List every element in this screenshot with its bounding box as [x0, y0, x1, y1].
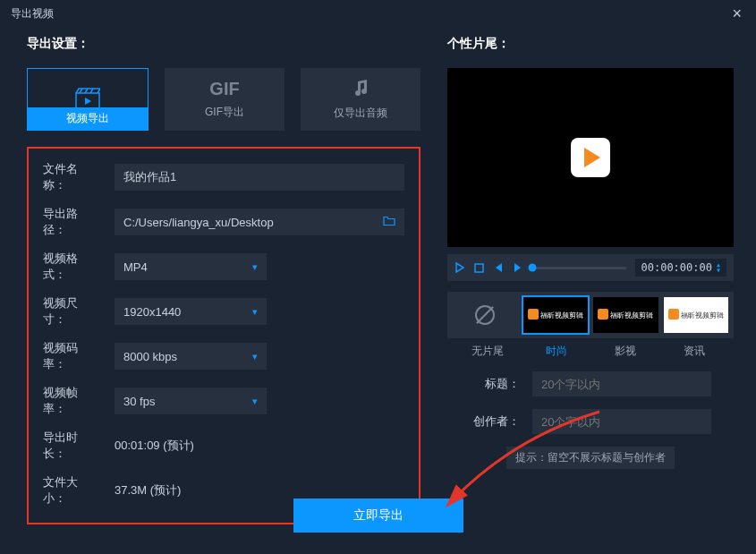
player-bar: 00:00:00:00 ▴ ▾ [447, 254, 734, 281]
preview-canvas [447, 68, 734, 247]
label-format: 视频格式： [43, 251, 100, 283]
tab-video-export[interactable]: 视频导出 [27, 68, 149, 131]
hint-text: 提示：留空不展示标题与创作者 [506, 447, 675, 469]
label-path: 导出路径： [43, 206, 100, 238]
next-icon[interactable] [513, 262, 523, 273]
ending-label-none: 无片尾 [453, 344, 522, 359]
tab-audio-export[interactable]: 仅导出音频 [301, 68, 420, 131]
label-creator: 创作者： [470, 413, 520, 430]
ending-none[interactable] [453, 297, 518, 333]
svg-rect-1 [475, 264, 483, 272]
chevron-down-icon: ▾ [252, 261, 258, 273]
folder-open-icon[interactable] [383, 216, 395, 229]
label-fps: 视频帧率： [43, 385, 100, 417]
chevron-down-icon: ▾ [252, 396, 258, 407]
tab-gif-export[interactable]: GIF GIF导出 [165, 68, 285, 131]
stop-icon[interactable] [474, 263, 484, 273]
creator-input[interactable] [532, 409, 711, 434]
label-filesize: 文件大小： [43, 474, 100, 507]
bitrate-value: 8000 kbps [123, 350, 177, 363]
chevron-down-icon: ▾ [252, 351, 258, 362]
prev-icon[interactable] [493, 262, 504, 273]
title-input[interactable] [532, 371, 711, 396]
size-select[interactable]: 1920x1440 ▾ [115, 298, 267, 325]
tab-video-label: 视频导出 [28, 107, 148, 130]
play-icon[interactable] [454, 262, 465, 273]
form-highlight-box: 文件名称： 导出路径： C:/Users/liangya_xu/Desktop … [27, 147, 420, 524]
window-title: 导出视频 [11, 6, 54, 21]
format-select[interactable]: MP4 ▾ [115, 253, 267, 280]
progress-bar[interactable] [532, 267, 626, 269]
tab-gif-label: GIF导出 [205, 105, 244, 120]
ending-news[interactable]: 福昕视频剪辑 [664, 297, 729, 333]
duration-value: 00:01:09 (预计) [115, 438, 194, 454]
filesize-value: 37.3M (预计) [115, 482, 181, 499]
ending-label-movie: 影视 [590, 344, 659, 359]
ending-label-news: 资讯 [659, 344, 728, 359]
format-value: MP4 [123, 260, 148, 274]
gif-text-icon: GIF [209, 79, 239, 99]
ending-section-title: 个性片尾： [447, 36, 734, 52]
bitrate-select[interactable]: 8000 kbps ▾ [115, 343, 267, 370]
fps-value: 30 fps [123, 395, 155, 408]
path-value: C:/Users/liangya_xu/Desktop [123, 216, 274, 229]
chevron-down-icon: ▾ [252, 306, 258, 318]
music-note-icon [351, 78, 370, 100]
fps-select[interactable]: 30 fps ▾ [115, 388, 267, 414]
time-display[interactable]: 00:00:00:00 ▴ ▾ [635, 259, 726, 277]
tab-audio-label: 仅导出音频 [334, 106, 387, 121]
ending-movie[interactable]: 福昕视频剪辑 [593, 297, 658, 333]
label-filename: 文件名称： [43, 161, 100, 193]
label-title: 标题： [470, 376, 520, 392]
export-settings-title: 导出设置： [27, 36, 420, 52]
ending-label-fashion: 时尚 [522, 344, 590, 359]
filename-input[interactable] [115, 164, 404, 191]
ending-fashion[interactable]: 福昕视频剪辑 [523, 297, 589, 333]
label-duration: 导出时长： [43, 430, 100, 462]
label-size: 视频尺寸： [43, 295, 100, 328]
close-icon[interactable]: × [728, 4, 745, 23]
label-bitrate: 视频码率： [43, 340, 100, 372]
preview-logo-icon [571, 138, 610, 177]
size-value: 1920x1440 [123, 305, 181, 319]
time-down-icon[interactable]: ▾ [716, 268, 721, 273]
export-button[interactable]: 立即导出 [293, 499, 463, 533]
none-circle-icon [475, 305, 495, 325]
